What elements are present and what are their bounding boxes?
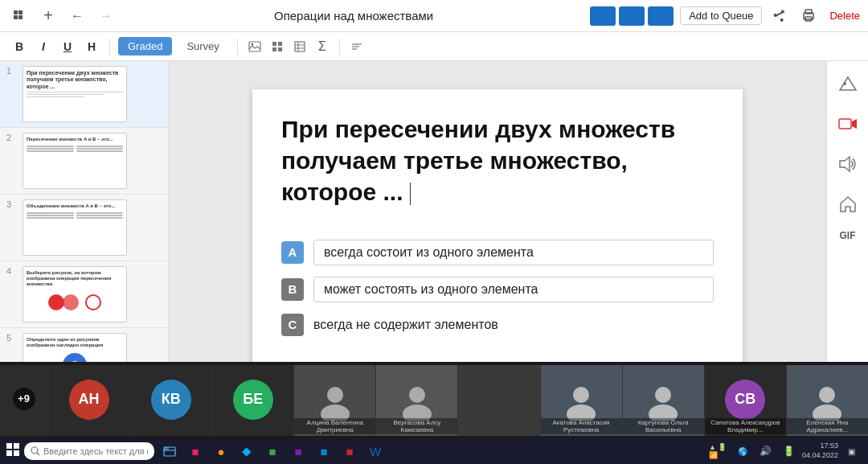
answer-text-c[interactable]: всегда не содержит элементов — [313, 318, 714, 332]
underline-button[interactable]: U — [58, 37, 77, 56]
video-cell-photo3: Акатова Анастасия Рустемовна — [541, 365, 623, 436]
svg-rect-10 — [278, 42, 282, 46]
svg-rect-11 — [272, 47, 276, 51]
slide-thumb-4: Выберите рисунок, на котором изображена … — [23, 266, 127, 322]
view-btn-1[interactable] — [590, 6, 616, 26]
video-cell-kv: КВ — [130, 365, 212, 436]
svg-point-52 — [31, 447, 38, 454]
volume-icon[interactable]: 🔊 — [755, 441, 776, 462]
toolbar-separator-3 — [339, 39, 340, 55]
image-icon[interactable] — [246, 38, 264, 55]
answer-text-a[interactable]: всегда состоит из одного элемента — [313, 240, 714, 265]
video-cell-photo2: Вергасова Алсу Камсаевна — [376, 365, 458, 436]
grid-icon[interactable] — [8, 5, 31, 27]
slide-item-3[interactable]: 3 Объединение множеств A и B – это... — [0, 195, 168, 261]
svg-rect-49 — [14, 443, 19, 449]
question-text: При пересечении двух множеств получаем т… — [281, 113, 714, 207]
notification-icon[interactable]: ▣ — [841, 441, 862, 462]
slide-number-3: 3 — [6, 199, 18, 209]
avatar-an: АН — [69, 380, 109, 420]
svg-point-38 — [327, 387, 343, 403]
taskbar-icon-2[interactable]: ■ — [185, 441, 206, 462]
svg-line-53 — [37, 453, 39, 455]
taskbar-icon-7[interactable]: ■ — [313, 441, 334, 462]
battery-icon[interactable]: 🔋 — [779, 441, 800, 462]
view-mode-buttons — [590, 6, 674, 26]
heading-button[interactable]: H — [82, 37, 101, 56]
slide-thumb-3: Объединение множеств A и B – это... — [23, 199, 127, 256]
survey-tab[interactable]: Survey — [177, 37, 228, 55]
gif-label[interactable]: GIF — [840, 230, 856, 241]
taskbar-search[interactable] — [24, 442, 154, 460]
taskbar-icon-5[interactable]: ■ — [262, 441, 283, 462]
svg-rect-3 — [18, 15, 23, 19]
video-cell-an: АН — [48, 365, 130, 436]
share-icon[interactable] — [768, 5, 791, 27]
print-icon[interactable] — [797, 5, 820, 27]
svg-point-44 — [655, 387, 671, 403]
answer-text-b[interactable]: может состоять из одного элемента — [313, 277, 714, 302]
video-conference-strip: +9 АН КВ БЕ Алцина Валентина Дмитриевна … — [0, 362, 868, 438]
svg-point-21 — [843, 82, 846, 85]
video-cell-be: БЕ — [212, 365, 294, 436]
taskbar-icon-8[interactable]: ■ — [339, 441, 360, 462]
answer-letter-c: C — [281, 314, 304, 336]
taskbar-icon-3[interactable]: ● — [211, 441, 231, 462]
slide-thumb-1: При пересечении двух множеств получаем т… — [23, 66, 127, 122]
svg-rect-51 — [14, 450, 19, 456]
answer-letter-b: B — [281, 278, 304, 301]
italic-button[interactable]: I — [34, 37, 53, 56]
avatar-sv: СВ — [725, 380, 765, 420]
slide-item-2[interactable]: 2 Пересечение множеств A и B – это... — [0, 128, 168, 195]
taskbar-explorer-icon[interactable] — [159, 441, 180, 462]
video-cell-photo4: Картунова Ольга Васильевна — [623, 365, 705, 436]
nav-forward-button[interactable]: → — [95, 5, 117, 27]
answer-row-c: C всегда не содержит элементов — [281, 314, 714, 336]
taskbar-icon-9[interactable]: W — [365, 441, 386, 462]
svg-rect-9 — [272, 42, 276, 46]
video-icon[interactable] — [833, 109, 862, 138]
video-cell-sv: СВ Сапатова Александров Владимир... — [705, 365, 787, 436]
windows-start-button[interactable] — [6, 443, 19, 459]
top-bar: + ← → Операции над множествами Add to Qu… — [0, 0, 868, 32]
svg-marker-20 — [840, 77, 856, 90]
sort-icon[interactable] — [348, 38, 366, 55]
slide-item-4[interactable]: 4 Выберите рисунок, на котором изображен… — [0, 261, 168, 328]
search-icon — [31, 446, 40, 456]
tray-icons[interactable]: ▲ 🔋 📶 — [709, 441, 730, 462]
add-to-queue-button[interactable]: Add to Queue — [680, 6, 762, 25]
text-cursor — [410, 183, 411, 205]
slide-number-4: 4 — [6, 266, 18, 276]
network-icon[interactable]: 🌎 — [732, 441, 753, 462]
answer-row-a: A всегда состоит из одного элемента — [281, 240, 714, 265]
slide-item-1[interactable]: 1 При пересечении двух множеств получаем… — [0, 61, 168, 128]
svg-rect-7 — [249, 42, 260, 51]
slide-number-1: 1 — [6, 66, 18, 76]
presentation-title: Операции над множествами — [124, 9, 583, 23]
taskbar-icon-6[interactable]: ■ — [288, 441, 309, 462]
taskbar-search-input[interactable] — [43, 446, 148, 456]
svg-rect-5 — [805, 10, 812, 14]
graded-tab[interactable]: Graded — [118, 37, 172, 55]
svg-rect-55 — [164, 447, 169, 450]
avatar-be: БЕ — [233, 380, 273, 420]
grid-small-icon[interactable] — [268, 38, 286, 55]
video-name-4: Картунова Ольга Васильевна — [623, 418, 704, 434]
view-btn-3[interactable] — [648, 6, 674, 26]
delete-label[interactable]: Delete — [829, 10, 860, 22]
video-name-1: Алцина Валентина Дмитриевна — [294, 418, 375, 434]
mountain-icon[interactable] — [833, 69, 862, 98]
view-btn-2[interactable] — [619, 6, 645, 26]
sigma-icon[interactable]: Σ — [313, 38, 331, 55]
slide-number-2: 2 — [6, 133, 18, 142]
nav-back-button[interactable]: ← — [66, 5, 88, 27]
svg-rect-13 — [295, 42, 305, 51]
taskbar: ■ ● ◆ ■ ■ ■ ■ W ▲ 🔋 📶 🌎 🔊 🔋 17:53 04.04.… — [0, 438, 868, 464]
bold-button[interactable]: B — [10, 37, 29, 56]
home-icon[interactable] — [833, 190, 862, 219]
add-tab-button[interactable]: + — [37, 5, 59, 27]
audio-icon[interactable] — [833, 150, 862, 179]
table-icon[interactable] — [291, 38, 309, 55]
taskbar-icon-4[interactable]: ◆ — [236, 441, 257, 462]
formatting-toolbar: B I U H Graded Survey Σ — [0, 32, 868, 61]
